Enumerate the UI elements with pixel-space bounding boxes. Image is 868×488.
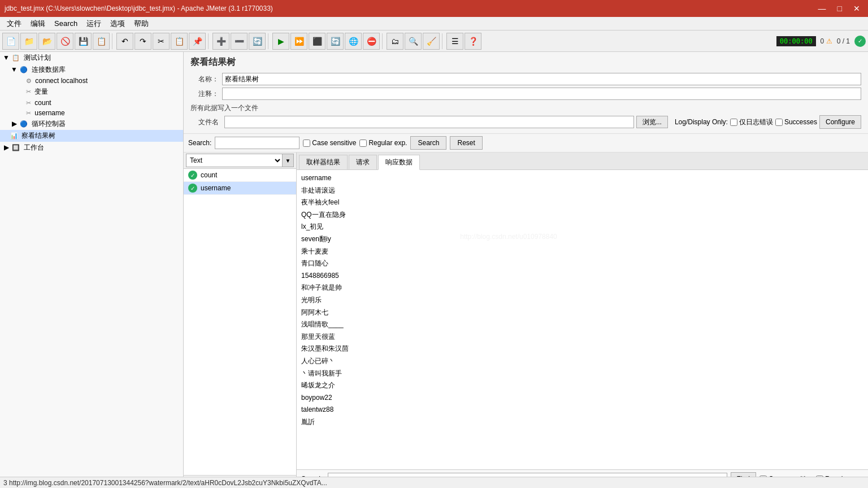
file-input[interactable] bbox=[224, 116, 634, 128]
configure-button[interactable]: Configure bbox=[819, 115, 861, 129]
tree-node-result-tree[interactable]: 📊 察看结果树 bbox=[0, 130, 183, 142]
menu-search[interactable]: Search bbox=[50, 18, 82, 29]
regular-exp-label[interactable]: Regular exp. bbox=[359, 139, 407, 147]
add-button[interactable]: ➕ bbox=[212, 33, 229, 50]
open-button[interactable]: 📂 bbox=[38, 33, 55, 50]
menu-options[interactable]: 选项 bbox=[106, 18, 129, 30]
log-display-label: Log/Display Only: bbox=[675, 118, 728, 126]
result-tree-icon: 📊 bbox=[10, 132, 18, 140]
success-check-label[interactable]: Successes bbox=[775, 118, 817, 126]
comment-input[interactable] bbox=[222, 88, 861, 100]
copy-button[interactable]: 📋 bbox=[171, 33, 188, 50]
response-line: 光明乐 bbox=[301, 294, 863, 307]
cut-button[interactable]: ✂ bbox=[153, 33, 170, 50]
tree-node-count[interactable]: ✂ count bbox=[0, 98, 183, 108]
result-item-username[interactable]: ✓ username bbox=[184, 182, 296, 195]
new-button[interactable]: 📄 bbox=[2, 33, 19, 50]
close-button2[interactable]: 🚫 bbox=[57, 33, 73, 50]
browse-button[interactable]: 浏览... bbox=[636, 116, 668, 128]
tree-node-localhost[interactable]: ⚙ connect localhost bbox=[0, 76, 183, 86]
tree-node-workbench[interactable]: ▶ 🔲 工作台 bbox=[0, 142, 183, 154]
tab-response-data[interactable]: 响应数据 bbox=[378, 155, 420, 170]
tree-label-test-plan: 测试计划 bbox=[24, 54, 51, 62]
shutdown-button[interactable]: 🔄 bbox=[327, 33, 344, 50]
right-panel: 察看结果树 名称： 注释： 所有此据写入一个文件 文件名 浏览... Log/D… bbox=[184, 52, 868, 488]
panel-header: 察看结果树 名称： 注释： 所有此据写入一个文件 文件名 浏览... Log/D… bbox=[184, 52, 868, 134]
menu-edit[interactable]: 编辑 bbox=[26, 18, 50, 30]
success-check-text: Successes bbox=[784, 118, 817, 126]
search-input[interactable] bbox=[215, 137, 300, 149]
dropdown-arrow[interactable]: ▼ bbox=[283, 154, 294, 167]
panel-title: 察看结果树 bbox=[190, 56, 861, 68]
start-button[interactable]: ▶ bbox=[272, 33, 289, 50]
result-type-select[interactable]: Text bbox=[186, 154, 283, 167]
menu-help[interactable]: 帮助 bbox=[129, 18, 153, 30]
menu-file[interactable]: 文件 bbox=[2, 18, 26, 30]
toolbar-right: 00:00:00 0 ⚠ 0 / 1 ✓ bbox=[776, 36, 866, 47]
maximize-button[interactable]: □ bbox=[834, 3, 845, 14]
remote-stop-button[interactable]: ⛔ bbox=[363, 33, 380, 50]
help-button[interactable]: ❓ bbox=[465, 33, 481, 50]
response-line: 晞坂龙之介 bbox=[301, 380, 863, 392]
response-line: 朱汉墨和朱汉茴 bbox=[301, 343, 863, 355]
minimize-button[interactable]: — bbox=[815, 3, 830, 14]
result-item-count[interactable]: ✓ count bbox=[184, 169, 296, 182]
save-as-button[interactable]: 📋 bbox=[93, 33, 110, 50]
clear-all-button[interactable]: 🧹 bbox=[423, 33, 440, 50]
undo-button[interactable]: ↶ bbox=[116, 33, 133, 50]
content-area: Text ▼ ✓ count ✓ username bbox=[184, 152, 868, 488]
response-line: 非处请滚远 bbox=[301, 185, 863, 197]
error-check-label[interactable]: 仅日志错误 bbox=[730, 117, 773, 127]
error-checkbox[interactable] bbox=[730, 119, 737, 126]
remove-button[interactable]: ➖ bbox=[231, 33, 248, 50]
tree-node-db-connect[interactable]: ▼ 🔵 连接数据库 bbox=[0, 64, 183, 76]
redo-button[interactable]: ↷ bbox=[134, 33, 151, 50]
error-check-text: 仅日志错误 bbox=[739, 117, 773, 127]
tree-label-username: username bbox=[34, 109, 64, 117]
response-line: 丶请叫我新手 bbox=[301, 368, 863, 380]
search-bar: Search: Case sensitive Regular exp. Sear… bbox=[184, 134, 868, 152]
title-bar: jdbc_test.jmx (C:\Users\slowchen\Desktop… bbox=[0, 0, 868, 17]
log-viewer-button[interactable]: 🔍 bbox=[405, 33, 422, 50]
menu-run[interactable]: 运行 bbox=[82, 18, 106, 30]
tree-label-db-connect: 连接数据库 bbox=[32, 66, 66, 73]
response-line: seven翻iy bbox=[301, 233, 863, 246]
tab-request[interactable]: 请求 bbox=[349, 155, 377, 169]
test-list-button[interactable]: ☰ bbox=[446, 33, 463, 50]
toolbar-sep4 bbox=[382, 33, 384, 49]
status-bar: 3 http://img.blog.csdn.net/2017071300134… bbox=[0, 477, 868, 488]
tree-node-test-plan[interactable]: ▼ 📋 测试计划 bbox=[0, 52, 183, 64]
tree-label-result-tree: 察看结果树 bbox=[21, 132, 55, 140]
save-button[interactable]: 💾 bbox=[75, 33, 92, 50]
case-sensitive-checkbox[interactable] bbox=[303, 140, 310, 147]
function-helper-button[interactable]: 🗂 bbox=[387, 33, 403, 50]
search-button[interactable]: Search bbox=[410, 136, 446, 150]
expand-icon[interactable]: ▼ bbox=[2, 54, 10, 62]
paste-button[interactable]: 📌 bbox=[189, 33, 206, 50]
expand-icon-loop[interactable]: ▶ bbox=[10, 120, 18, 128]
timer-display: 00:00:00 bbox=[776, 36, 816, 46]
reset-button[interactable]: Reset bbox=[450, 136, 482, 150]
tree-node-vars[interactable]: ✂ 变量 bbox=[0, 86, 183, 98]
tree-node-username[interactable]: ✂ username bbox=[0, 108, 183, 118]
tree-node-loop-ctrl[interactable]: ▶ 🔵 循环控制器 bbox=[0, 118, 183, 130]
tabs-bar: 取样器结果 请求 响应数据 bbox=[297, 152, 868, 170]
expand-icon-db[interactable]: ▼ bbox=[10, 66, 18, 73]
stop-button[interactable]: ⬛ bbox=[309, 33, 326, 50]
db-connect-icon: 🔵 bbox=[20, 66, 28, 73]
expand-icon-wb[interactable]: ▶ bbox=[2, 143, 10, 151]
regular-exp-checkbox[interactable] bbox=[359, 140, 367, 147]
result-list-panel: Text ▼ ✓ count ✓ username bbox=[184, 152, 297, 488]
start-no-pause-button[interactable]: ⏩ bbox=[290, 33, 307, 50]
template-button[interactable]: 📁 bbox=[20, 33, 37, 50]
tab-sampler-result[interactable]: 取样器结果 bbox=[299, 155, 348, 169]
remote-start-button[interactable]: 🌐 bbox=[345, 33, 362, 50]
close-button[interactable]: ✕ bbox=[850, 3, 863, 14]
file-label: 文件名 bbox=[190, 117, 219, 127]
success-checkbox[interactable] bbox=[775, 119, 783, 126]
clear-button[interactable]: 🔄 bbox=[249, 33, 266, 50]
regular-exp-text: Regular exp. bbox=[368, 139, 407, 147]
response-line: 那里天很蓝 bbox=[301, 331, 863, 343]
case-sensitive-label[interactable]: Case sensitive bbox=[303, 139, 356, 147]
name-input[interactable] bbox=[222, 73, 861, 85]
